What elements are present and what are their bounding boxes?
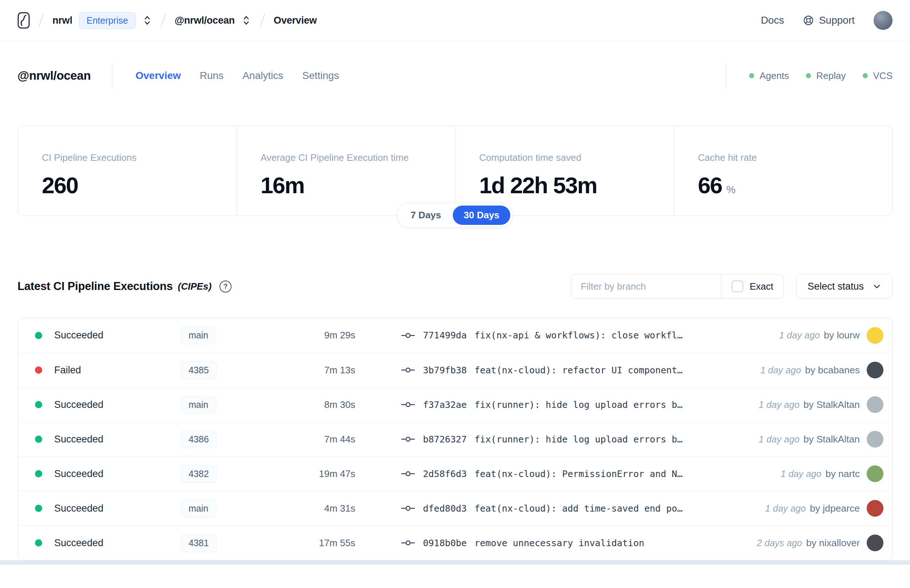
branch-badge: 4381 (181, 534, 217, 552)
app-logo-icon[interactable] (18, 12, 30, 29)
section-title-suffix: (CIPEs) (178, 281, 212, 292)
branch-badge: 4386 (181, 430, 217, 448)
commit-hash: 3b79fb38 (423, 365, 467, 375)
table-footer-strip (0, 561, 910, 565)
status-indicator[interactable]: Agents (749, 70, 789, 81)
cipes-table: Succeeded main 9m 29s 771499da fix(nx-ap… (18, 318, 892, 561)
run-status-dot-icon (35, 470, 42, 477)
chevron-down-icon (873, 282, 881, 291)
branch-badge: 4385 (181, 361, 217, 379)
author-avatar (867, 465, 883, 482)
stat-card: Cache hit rate 66 % (673, 126, 892, 215)
commit-hash: 2d58f6d3 (423, 468, 467, 479)
run-duration: 17m 55s (293, 538, 355, 549)
author: by nartc (826, 468, 860, 480)
status-indicator[interactable]: Replay (806, 70, 846, 81)
branch-filter-input[interactable] (571, 275, 721, 298)
workspace-switcher-chevron-icon[interactable] (241, 15, 251, 26)
run-duration: 7m 44s (293, 434, 355, 445)
run-duration: 7m 13s (293, 365, 355, 376)
table-row[interactable]: Failed 4385 7m 13s 3b79fb38 feat(nx-clou… (18, 352, 892, 387)
support-link[interactable]: Support (803, 15, 855, 26)
tab[interactable]: Overview (136, 70, 181, 81)
author: by StalkAltan (803, 434, 860, 445)
branch-filter-group: Exact (571, 274, 784, 299)
stat-card: CI Pipeline Executions 260 (18, 126, 236, 215)
stats-summary-card: 7 Days 30 Days CI Pipeline Executions 26… (18, 126, 892, 216)
time-ago: 1 day ago (758, 399, 799, 410)
stat-label: CI Pipeline Executions (42, 152, 236, 163)
user-avatar[interactable] (874, 11, 892, 30)
run-duration: 19m 47s (293, 468, 355, 480)
exact-checkbox[interactable] (732, 281, 743, 292)
run-status-dot-icon (35, 401, 42, 408)
run-duration: 4m 31s (293, 503, 355, 514)
git-commit-icon (401, 504, 415, 513)
date-range-option[interactable]: 7 Days (400, 205, 452, 225)
status-dot-icon (749, 73, 754, 78)
commit-message: remove unnecessary invalidation (474, 538, 644, 548)
run-status-dot-icon (35, 505, 42, 512)
tab[interactable]: Analytics (242, 70, 283, 81)
table-row[interactable]: Succeeded 4381 17m 55s 0918b0be remove u… (18, 525, 892, 560)
git-commit-icon (401, 365, 415, 375)
date-range-option[interactable]: 30 Days (453, 205, 510, 225)
tab[interactable]: Settings (302, 70, 339, 81)
git-commit-icon (401, 331, 415, 340)
service-status-indicators: Agents Replay VCS (726, 62, 892, 89)
run-status-label: Succeeded (54, 330, 103, 341)
table-row[interactable]: Succeeded 4382 19m 47s 2d58f6d3 feat(nx-… (18, 456, 892, 491)
author-avatar (867, 327, 883, 344)
exact-checkbox-label: Exact (750, 281, 773, 292)
stat-value: 260 (42, 172, 78, 198)
commit-message: fix(nx-api & workflows): close workfl… (474, 330, 682, 341)
breadcrumb-workspace[interactable]: @nrwl/ocean (175, 15, 235, 26)
branch-badge: main (181, 499, 216, 517)
run-status-dot-icon (35, 367, 42, 374)
table-row[interactable]: Succeeded main 8m 30s f37a32ae fix(runne… (18, 387, 892, 422)
commit-message: fix(runner): hide log upload errors b… (474, 399, 682, 410)
branch-badge: main (181, 326, 216, 344)
table-row[interactable]: Succeeded main 9m 29s 771499da fix(nx-ap… (18, 318, 892, 352)
breadcrumb-org[interactable]: nrwl (52, 15, 73, 26)
help-icon[interactable]: ? (220, 281, 231, 292)
git-commit-icon (401, 435, 415, 444)
stat-label: Average CI Pipeline Execution time (260, 152, 455, 163)
commit-hash: f37a32ae (423, 399, 467, 410)
docs-link[interactable]: Docs (761, 15, 784, 26)
time-ago: 1 day ago (781, 468, 821, 479)
breadcrumb-separator (39, 14, 44, 27)
stat-value: 1d 22h 53m (479, 172, 597, 198)
breadcrumb-separator (160, 14, 166, 27)
cipes-section-header: Latest CI Pipeline Executions (CIPEs) ? … (18, 274, 892, 299)
run-status-dot-icon (35, 332, 42, 339)
run-status-label: Failed (54, 365, 81, 376)
commit-hash: 771499da (423, 330, 467, 341)
status-label: VCS (873, 70, 892, 81)
git-commit-icon (401, 400, 415, 409)
status-select-button[interactable]: Select status (796, 274, 892, 299)
time-ago: 1 day ago (779, 330, 820, 341)
time-ago: 1 day ago (758, 434, 799, 445)
commit-message: feat(nx-cloud): PermissionError and N… (474, 468, 682, 479)
commit-hash: dfed80d3 (423, 503, 467, 514)
author-avatar (867, 396, 883, 413)
workspace-header: @nrwl/ocean Overview Runs Analytics Sett… (0, 62, 910, 89)
branch-badge: 4382 (181, 465, 217, 483)
stat-card: Average CI Pipeline Execution time 16m (236, 126, 455, 215)
author-avatar (867, 535, 883, 551)
run-status-label: Succeeded (54, 399, 103, 410)
stat-value: 66 (698, 172, 722, 198)
run-duration: 8m 30s (293, 399, 355, 410)
status-indicator[interactable]: VCS (863, 70, 892, 81)
author: by bcabanes (805, 365, 860, 376)
table-row[interactable]: Succeeded 4386 7m 44s b8726327 fix(runne… (18, 422, 892, 456)
commit-hash: 0918b0be (423, 538, 467, 548)
table-row[interactable]: Succeeded main 4m 31s dfed80d3 feat(nx-c… (18, 491, 892, 525)
breadcrumb-page: Overview (274, 15, 317, 26)
org-switcher-chevron-icon[interactable] (142, 15, 152, 26)
git-commit-icon (401, 469, 415, 478)
status-dot-icon (863, 73, 868, 78)
tab[interactable]: Runs (200, 70, 223, 81)
stat-value: 16m (260, 172, 304, 198)
